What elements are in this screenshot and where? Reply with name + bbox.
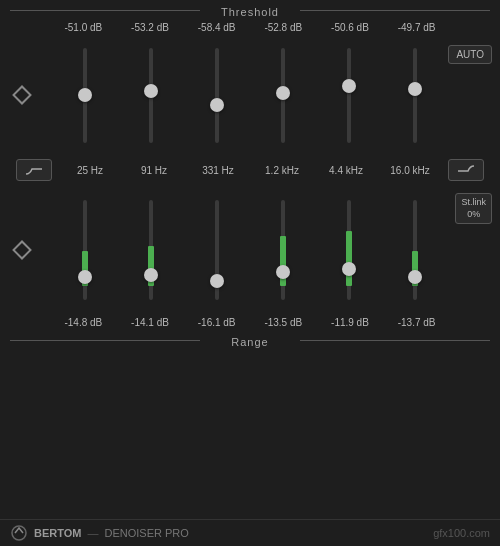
range-left-icon xyxy=(8,236,36,264)
range-val-3: -13.5 dB xyxy=(256,317,311,328)
freq-25hz: 25 Hz xyxy=(64,165,116,176)
range-slider-1 xyxy=(118,200,184,300)
threshold-left-icon xyxy=(8,81,36,109)
range-val-1: -14.1 dB xyxy=(122,317,177,328)
footer-sep: — xyxy=(87,527,98,539)
svg-rect-0 xyxy=(14,87,31,104)
threshold-values-row: -51.0 dB -53.2 dB -58.4 dB -52.8 dB -50.… xyxy=(0,20,500,35)
brand-logo-icon xyxy=(10,524,28,542)
freq-91hz: 91 Hz xyxy=(128,165,180,176)
freq-4k4: 4.4 kHz xyxy=(320,165,372,176)
thresh-thumb-2[interactable] xyxy=(210,98,224,112)
range-thumb-3[interactable] xyxy=(276,265,290,279)
thresh-thumb-1[interactable] xyxy=(144,84,158,98)
thresh-track-5[interactable] xyxy=(413,48,417,143)
range-val-2: -16.1 dB xyxy=(189,317,244,328)
low-shelf-icon xyxy=(24,164,44,176)
range-green-4 xyxy=(346,231,352,286)
watermark-text: gfx100.com xyxy=(433,527,490,539)
range-slider-0 xyxy=(52,200,118,300)
threshold-label: Threshold xyxy=(0,0,500,20)
thresh-slider-5 xyxy=(382,48,448,143)
thresh-slider-4 xyxy=(316,48,382,143)
plugin-container: Threshold -51.0 dB -53.2 dB -58.4 dB -52… xyxy=(0,0,500,546)
thresh-thumb-4[interactable] xyxy=(342,79,356,93)
thresh-slider-3 xyxy=(250,48,316,143)
range-track-3[interactable] xyxy=(281,200,285,300)
thresh-track-0[interactable] xyxy=(83,48,87,143)
low-shelf-button[interactable] xyxy=(16,159,52,181)
thresh-slider-0 xyxy=(52,48,118,143)
footer: BERTOM — DENOISER PRO gfx100.com xyxy=(0,519,500,546)
range-label: Range xyxy=(0,330,500,350)
brand-name: BERTOM xyxy=(34,527,81,539)
thresh-val-3: -52.8 dB xyxy=(256,22,311,33)
range-slider-2 xyxy=(184,200,250,300)
threshold-sliders-area: AUTO xyxy=(0,35,500,155)
thresh-val-5: -49.7 dB xyxy=(389,22,444,33)
range-thumb-0[interactable] xyxy=(78,270,92,284)
range-track-5[interactable] xyxy=(413,200,417,300)
thresh-thumb-5[interactable] xyxy=(408,82,422,96)
thresh-slider-2 xyxy=(184,48,250,143)
high-shelf-button[interactable] xyxy=(448,159,484,181)
range-thumb-4[interactable] xyxy=(342,262,356,276)
range-sliders xyxy=(10,185,490,315)
diamond-icon xyxy=(11,84,33,106)
range-slider-4 xyxy=(316,200,382,300)
freq-331hz: 331 Hz xyxy=(192,165,244,176)
range-track-1[interactable] xyxy=(149,200,153,300)
thresh-track-4[interactable] xyxy=(347,48,351,143)
range-thumb-5[interactable] xyxy=(408,270,422,284)
range-sliders-area: St.link 0% xyxy=(0,185,500,315)
range-diamond-icon xyxy=(11,239,33,261)
thresh-track-1[interactable] xyxy=(149,48,153,143)
freq-band-row: 25 Hz 91 Hz 331 Hz 1.2 kHz 4.4 kHz 16.0 … xyxy=(0,155,500,185)
footer-brand: BERTOM — DENOISER PRO xyxy=(10,524,189,542)
svg-rect-1 xyxy=(14,242,31,259)
range-val-5: -13.7 dB xyxy=(389,317,444,328)
range-values-row: -14.8 dB -14.1 dB -16.1 dB -13.5 dB -11.… xyxy=(0,315,500,330)
stlink-label: St.link xyxy=(461,197,486,209)
thresh-slider-1 xyxy=(118,48,184,143)
threshold-sliders xyxy=(10,35,490,155)
range-track-wrapper-0 xyxy=(83,200,87,300)
range-track-0[interactable] xyxy=(83,200,87,300)
range-thumb-2[interactable] xyxy=(210,274,224,288)
range-slider-5 xyxy=(382,200,448,300)
range-val-4: -11.9 dB xyxy=(322,317,377,328)
stlink-value: 0% xyxy=(461,209,486,221)
auto-button[interactable]: AUTO xyxy=(448,45,492,64)
thresh-val-4: -50.6 dB xyxy=(322,22,377,33)
thresh-thumb-3[interactable] xyxy=(276,86,290,100)
range-track-2[interactable] xyxy=(215,200,219,300)
range-track-4[interactable] xyxy=(347,200,351,300)
range-val-0: -14.8 dB xyxy=(56,317,111,328)
freq-16k: 16.0 kHz xyxy=(384,165,436,176)
thresh-val-1: -53.2 dB xyxy=(122,22,177,33)
thresh-track-3[interactable] xyxy=(281,48,285,143)
range-thumb-1[interactable] xyxy=(144,268,158,282)
freq-1k2: 1.2 kHz xyxy=(256,165,308,176)
stlink-button[interactable]: St.link 0% xyxy=(455,193,492,224)
product-name: DENOISER PRO xyxy=(104,527,188,539)
thresh-thumb-0[interactable] xyxy=(78,88,92,102)
range-slider-3 xyxy=(250,200,316,300)
thresh-track-2[interactable] xyxy=(215,48,219,143)
high-shelf-icon xyxy=(456,164,476,176)
thresh-val-0: -51.0 dB xyxy=(56,22,111,33)
thresh-val-2: -58.4 dB xyxy=(189,22,244,33)
